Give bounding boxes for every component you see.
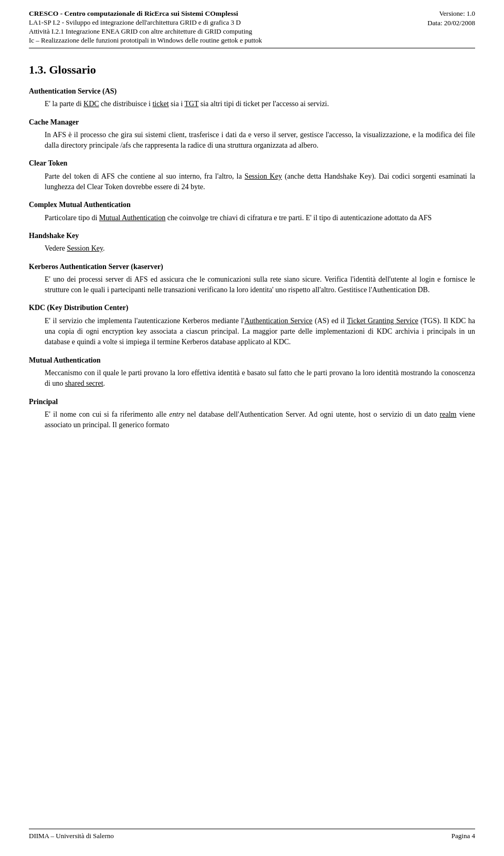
footer-right: Pagina 4: [452, 832, 475, 840]
header-subtitle3: Ic – Realizzazione delle funzioni protot…: [29, 36, 262, 45]
footer-left: DIIMA – Università di Salerno: [29, 832, 114, 840]
header-right: Versione: 1.0 Data: 20/02/2008: [427, 9, 475, 27]
glossary-content: Authentication Service (AS) E' la parte …: [29, 86, 475, 829]
entry-kdc: E' il servizio che implementa l'autentic…: [29, 316, 475, 348]
term-kdc: KDC (Key Distribution Center): [29, 303, 475, 313]
term-clear-token: Clear Token: [29, 158, 475, 169]
entry-handshake-key: Vedere Session Key.: [29, 243, 475, 254]
page-header: CRESCO - Centro computazionale di RicErc…: [29, 9, 475, 48]
entry-authentication-service: E' la parte di KDC che distribuisce i ti…: [29, 99, 475, 109]
header-subtitle2: Attività I.2.1 Integrazione ENEA GRID co…: [29, 27, 262, 36]
term-handshake-key: Handshake Key: [29, 231, 475, 241]
header-version: Versione: 1.0: [439, 9, 475, 18]
term-authentication-service: Authentication Service (AS): [29, 86, 475, 97]
header-title: CRESCO - Centro computazionale di RicErc…: [29, 9, 262, 18]
section-name: Glossario: [49, 63, 96, 76]
header-left: CRESCO - Centro computazionale di RicErc…: [29, 9, 262, 45]
header-subtitle1: LA1-SP I.2 - Sviluppo ed integrazione de…: [29, 18, 262, 27]
entry-mutual-auth: Meccanismo con il quale le parti provano…: [29, 368, 475, 389]
header-date: Data: 20/02/2008: [427, 19, 475, 27]
page-footer: DIIMA – Università di Salerno Pagina 4: [29, 829, 475, 840]
entry-cache-manager: In AFS è il processo che gira sui sistem…: [29, 130, 475, 151]
term-mutual-auth: Mutual Authentication: [29, 355, 475, 366]
term-complex-mutual-auth: Complex Mutual Authentication: [29, 200, 475, 210]
term-principal: Principal: [29, 397, 475, 407]
term-kerberos-auth-server: Kerberos Authentication Server (kaserver…: [29, 262, 475, 272]
entry-clear-token: Parte del token di AFS che contiene al s…: [29, 171, 475, 193]
term-cache-manager: Cache Manager: [29, 117, 475, 128]
section-number: 1.3.: [29, 63, 46, 76]
entry-kerberos-auth-server: E' uno dei processi server di AFS ed ass…: [29, 274, 475, 296]
entry-principal: E' il nome con cui si fa riferimento all…: [29, 409, 475, 431]
section-title: 1.3. Glossario: [29, 63, 475, 77]
entry-complex-mutual-auth: Particolare tipo di Mutual Authenticatio…: [29, 213, 475, 223]
page-wrapper: CRESCO - Centro computazionale di RicErc…: [0, 0, 504, 856]
